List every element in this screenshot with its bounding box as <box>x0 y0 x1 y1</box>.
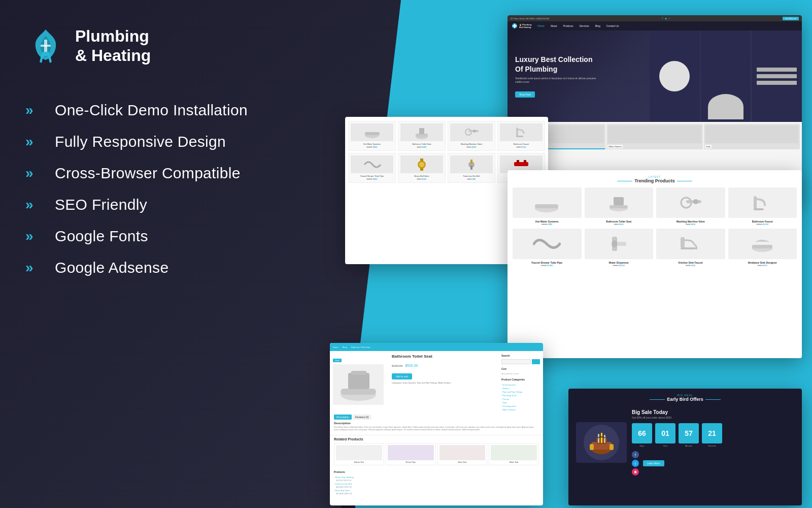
svg-rect-0 <box>42 52 49 56</box>
chevron-icon-3: » <box>25 165 46 181</box>
feature-item-responsive: » Fully Responsive Design <box>25 133 370 150</box>
right-panel <box>355 0 812 508</box>
logo-area: Plumbing & Heating <box>25 25 370 66</box>
feature-item-adsense: » Google Adsense <box>25 259 370 276</box>
feature-label-2: Fully Responsive Design <box>55 133 226 150</box>
brand-logo-icon <box>25 25 66 66</box>
feature-label-6: Google Adsense <box>55 259 168 276</box>
feature-item-browser: » Cross-Browser Compatible <box>25 165 370 182</box>
feature-label-3: Cross-Browser Compatible <box>55 165 241 182</box>
chevron-icon-6: » <box>25 260 46 276</box>
feature-label: One-Click Demo Installation <box>55 102 248 119</box>
left-panel: Plumbing & Heating » One-Click Demo Inst… <box>0 0 401 508</box>
feature-label-5: Google Fonts <box>55 228 148 245</box>
main-container: Plumbing & Heating » One-Click Demo Inst… <box>0 0 812 508</box>
brand-name: Plumbing & Heating <box>75 26 151 66</box>
chevron-icon-4: » <box>25 197 46 213</box>
chevron-icon-5: » <box>25 228 46 244</box>
feature-item-fonts: » Google Fonts <box>25 228 370 245</box>
feature-item-one-click: » One-Click Demo Installation <box>25 102 370 119</box>
feature-label-4: SEO Friendly <box>55 196 147 213</box>
svg-rect-2 <box>41 45 51 47</box>
chevron-icon: » <box>25 102 46 118</box>
features-list: » One-Click Demo Installation » Fully Re… <box>25 102 370 276</box>
chevron-icon-2: » <box>25 134 46 150</box>
feature-item-seo: » SEO Friendly <box>25 196 370 213</box>
